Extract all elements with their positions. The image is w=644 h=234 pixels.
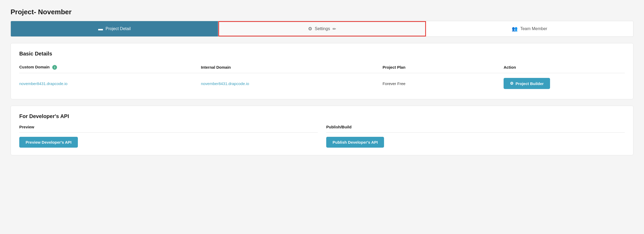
api-publish-label: Publish/Build [326,125,625,133]
custom-domain-link[interactable]: november8431.drapcode.io [19,81,68,86]
project-builder-gear-icon [510,81,513,86]
tab-settings[interactable]: ⚙ Settings ✏ [218,21,426,36]
basic-details-table: Custom Domain i Internal Domain Project … [19,62,625,92]
preview-api-label: Preview Developer's API [26,140,72,144]
developer-api-title: For Developer's API [19,113,625,119]
col-header-custom-domain: Custom Domain i [19,62,201,73]
basic-details-section: Basic Details Custom Domain i Internal D… [11,43,633,99]
page-container: Project- November ▬ Project Detail ⚙ Set… [0,0,644,234]
table-row: november8431.drapcode.io november8431.dr… [19,73,625,92]
settings-icon: ⚙ [308,26,312,32]
tab-project-detail[interactable]: ▬ Project Detail [11,21,218,36]
project-builder-label: Project Builder [515,81,544,86]
cursor-icon: ✏ [333,26,336,31]
cell-action: Project Builder [504,73,625,92]
api-grid: Preview Preview Developer's API Publish/… [19,125,625,148]
custom-domain-info-icon[interactable]: i [52,65,57,70]
col-header-internal-domain: Internal Domain [201,62,382,73]
project-detail-icon: ▬ [98,26,103,32]
publish-api-button[interactable]: Publish Developer's API [326,137,384,148]
api-preview-column: Preview Preview Developer's API [19,125,318,148]
developer-api-section: For Developer's API Preview Preview Deve… [11,106,633,155]
col-header-project-plan: Project Plan [382,62,504,73]
internal-domain-link[interactable]: november8431.drapcode.io [201,81,249,86]
tab-project-detail-label: Project Detail [106,26,131,31]
tab-team-member[interactable]: 👥 Team Member [426,21,633,36]
publish-api-label: Publish Developer's API [333,140,378,144]
api-preview-label: Preview [19,125,318,133]
preview-api-button[interactable]: Preview Developer's API [19,137,78,148]
page-title: Project- November [11,8,633,16]
col-header-action: Action [504,62,625,73]
team-member-icon: 👥 [512,26,518,32]
tab-settings-label: Settings [315,26,330,31]
project-plan-value: Forever Free [382,81,405,86]
basic-details-title: Basic Details [19,51,625,57]
api-publish-column: Publish/Build Publish Developer's API [326,125,625,148]
tab-bar: ▬ Project Detail ⚙ Settings ✏ 👥 Team Mem… [11,21,633,37]
project-builder-button[interactable]: Project Builder [504,78,550,89]
cell-project-plan: Forever Free [382,73,504,92]
cell-internal-domain: november8431.drapcode.io [201,73,382,92]
cell-custom-domain: november8431.drapcode.io [19,73,201,92]
tab-team-member-label: Team Member [520,26,547,31]
